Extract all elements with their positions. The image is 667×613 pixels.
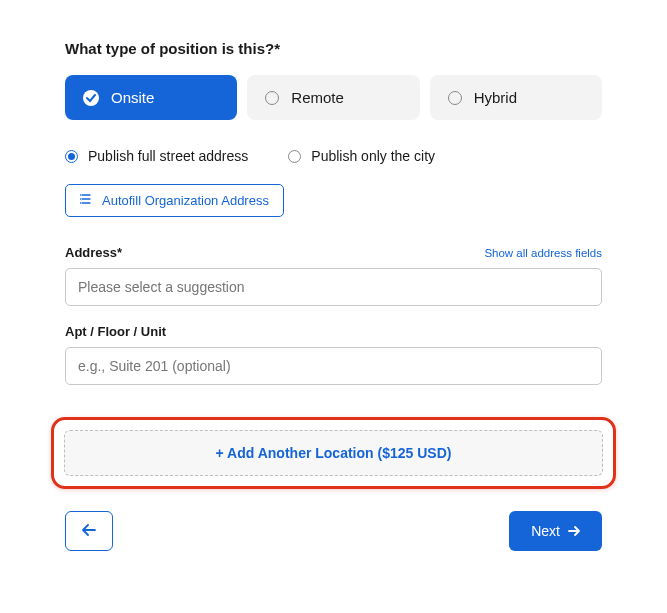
radio-icon [288,150,301,163]
add-location-highlight: + Add Another Location ($125 USD) [51,417,616,489]
next-label: Next [531,523,560,539]
address-input[interactable] [65,268,602,306]
back-button[interactable] [65,511,113,551]
publish-full-address[interactable]: Publish full street address [65,148,248,164]
arrow-right-icon [568,523,580,539]
check-circle-icon [83,90,99,106]
autofill-address-button[interactable]: Autofill Organization Address [65,184,284,217]
position-type-label: Remote [291,89,344,106]
position-type-onsite[interactable]: Onsite [65,75,237,120]
next-button[interactable]: Next [509,511,602,551]
address-field-group: Address* Show all address fields [65,245,602,306]
nav-row: Next [65,511,602,551]
position-type-label: Hybrid [474,89,517,106]
publish-label: Publish full street address [88,148,248,164]
list-icon [80,193,92,208]
apt-field-group: Apt / Floor / Unit [65,324,602,385]
apt-input[interactable] [65,347,602,385]
radio-icon [448,91,462,105]
radio-icon [265,91,279,105]
apt-label: Apt / Floor / Unit [65,324,166,339]
position-type-group: Onsite Remote Hybrid [65,75,602,120]
publish-label: Publish only the city [311,148,435,164]
position-type-hybrid[interactable]: Hybrid [430,75,602,120]
publish-city-only[interactable]: Publish only the city [288,148,435,164]
address-label: Address* [65,245,122,260]
publish-options: Publish full street address Publish only… [65,148,602,164]
radio-selected-icon [65,150,78,163]
arrow-left-icon [82,524,96,539]
autofill-label: Autofill Organization Address [102,193,269,208]
position-type-label: Onsite [111,89,154,106]
position-type-remote[interactable]: Remote [247,75,419,120]
position-type-question: What type of position is this?* [65,40,602,57]
add-location-button[interactable]: + Add Another Location ($125 USD) [64,430,603,476]
show-all-fields-link[interactable]: Show all address fields [484,247,602,259]
